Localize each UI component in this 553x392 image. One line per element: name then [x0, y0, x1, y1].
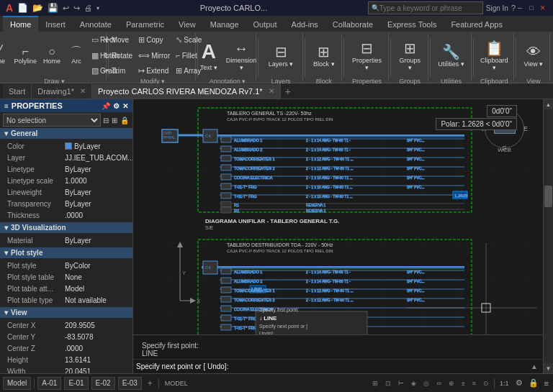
layout-e03-btn[interactable]: E-03	[118, 377, 142, 390]
signin-btn[interactable]: Sign In	[486, 4, 508, 12]
scroll-track[interactable]	[544, 109, 553, 363]
canvas-area[interactable]: TABLERO GENERAL TS -220V- 50hz CAJA PVC-…	[133, 99, 553, 373]
model-space-btn[interactable]: Model	[3, 377, 31, 390]
properties-settings-icon[interactable]: ⚙	[113, 102, 120, 110]
line-btn[interactable]: ╱ Line	[0, 45, 11, 66]
quick-undo-icon[interactable]: ↩	[63, 4, 69, 13]
tab-home[interactable]: Home	[3, 16, 38, 32]
vertical-scrollbar[interactable]: ▲ ▼	[543, 99, 553, 373]
groups-icon: ⊞	[404, 40, 416, 57]
extend-btn[interactable]: ↦Extend	[136, 65, 172, 76]
layout-a01-btn[interactable]: A-01	[37, 377, 61, 390]
block-btn[interactable]: ⊞ Block ▾	[310, 35, 338, 76]
tab-output[interactable]: Output	[246, 16, 284, 32]
layout-e02-btn[interactable]: E-02	[91, 377, 115, 390]
selection-dropdown[interactable]: No selection	[3, 114, 101, 127]
copy-btn[interactable]: ⊞Copy	[136, 35, 172, 45]
view-collapse-icon: ▾	[4, 309, 8, 316]
quick-open-icon[interactable]: 📂	[32, 3, 43, 13]
rotate-btn[interactable]: ↻Rotate	[102, 50, 135, 61]
svg-text:3/4" PVC...: 3/4" PVC...	[407, 298, 425, 302]
props-btn2[interactable]: ⊞	[111, 116, 118, 125]
otrack-toggle[interactable]: ∞	[434, 379, 443, 388]
model-icon[interactable]: MODEL	[162, 379, 191, 388]
clipboard-btn[interactable]: 📋 Clipboard ▾	[477, 35, 511, 76]
properties-ribbon-btn[interactable]: ⊟ Properties ▾	[349, 35, 385, 76]
lw-toggle[interactable]: ≡	[470, 379, 478, 388]
scroll-up-btn[interactable]: ▲	[544, 99, 553, 109]
tab-addins[interactable]: Add-ins	[284, 16, 325, 32]
general-section-header[interactable]: ▾ General	[0, 128, 132, 139]
tab-insert[interactable]: Insert	[38, 16, 73, 32]
doc-tab-drawing1[interactable]: Drawing1* ✕	[32, 84, 92, 99]
tab-parametric[interactable]: Parametric	[119, 16, 171, 32]
groups-btn[interactable]: ⊞ Groups ▾	[395, 35, 425, 76]
polar-toggle[interactable]: ◈	[409, 379, 418, 388]
props-btn1[interactable]: ⊟	[102, 116, 109, 125]
minimize-btn[interactable]: ─	[516, 4, 524, 12]
drawing1-close-btn[interactable]: ✕	[80, 87, 86, 95]
props-btn3[interactable]: 🔒	[120, 116, 130, 125]
trim-btn[interactable]: ✂Trim	[102, 65, 135, 76]
properties-tools: ⊟ Properties ▾	[349, 35, 385, 76]
plot-table-att-label: Plot table att...	[7, 285, 65, 293]
scroll-thumb[interactable]	[544, 186, 552, 207]
polar-display: 0d0'0"	[487, 105, 517, 117]
tp-toggle[interactable]: ⊙	[481, 379, 491, 388]
osnap-toggle[interactable]: ◎	[421, 379, 431, 388]
view-btn[interactable]: 👁 View ▾	[521, 35, 547, 76]
tab-annotate[interactable]: Annotate	[73, 16, 119, 32]
sep1	[34, 378, 35, 388]
plot-section-header[interactable]: ▾ Plot style	[0, 247, 132, 258]
tab-express[interactable]: Express Tools	[380, 16, 444, 32]
proyecto-close-btn[interactable]: ✕	[269, 87, 274, 95]
maximize-btn[interactable]: □	[527, 4, 536, 12]
view-section-header[interactable]: ▾ View	[0, 307, 132, 318]
lock-icon[interactable]: 🔒	[527, 378, 540, 388]
width-value: 20.0451	[65, 368, 130, 374]
new-tab-btn[interactable]: +	[281, 86, 295, 97]
quick-save-icon[interactable]: 💾	[48, 3, 58, 13]
search-input[interactable]	[379, 4, 473, 12]
snap-toggle[interactable]: ⊡	[383, 379, 393, 388]
viz-section-header[interactable]: ▾ 3D Visualization	[0, 222, 132, 233]
statusbar-more-btn[interactable]: ≡	[543, 379, 550, 388]
mirror-btn[interactable]: ⟺Mirror	[136, 50, 172, 61]
tab-featured[interactable]: Featured Apps	[444, 16, 510, 32]
quick-plot-icon[interactable]: 🖨	[84, 4, 92, 12]
quick-redo-icon[interactable]: ↪	[73, 4, 80, 13]
sep2	[158, 378, 159, 388]
tab-view[interactable]: View	[171, 16, 203, 32]
cmd-arrow-btn[interactable]: ▲	[529, 363, 540, 370]
view-label: View ▾	[524, 60, 544, 68]
scroll-down-btn[interactable]: ▼	[544, 363, 553, 373]
viz-props: Material ByLayer	[0, 233, 132, 247]
dimension-btn[interactable]: ↔ Dimension ▾	[223, 35, 260, 76]
doc-tab-start[interactable]: Start	[3, 84, 32, 99]
command-input[interactable]	[231, 363, 529, 370]
dynamic-input-toggle[interactable]: ±	[459, 379, 467, 388]
arc-btn[interactable]: ⌒ Arc	[65, 45, 88, 66]
ortho-toggle[interactable]: ⊢	[396, 379, 406, 388]
utilities-btn[interactable]: 🔧 Utilities ▾	[435, 35, 467, 76]
ducs-toggle[interactable]: ⊕	[446, 379, 457, 388]
doc-tab-proyecto[interactable]: Proyecto CARLOS RIVERA MENDOZA Rv7.1* ✕	[92, 84, 281, 99]
circle-btn[interactable]: ○ Home	[40, 45, 63, 66]
polyline-label: Polyline	[14, 58, 37, 65]
close-btn[interactable]: ✕	[539, 4, 547, 12]
polyline-btn[interactable]: ⌐ Polyline	[12, 45, 40, 66]
properties-pin-icon[interactable]: 📌	[102, 102, 110, 110]
quick-new-icon[interactable]: 📄	[17, 3, 28, 13]
block-icon: ⊞	[318, 43, 330, 60]
sep3	[494, 378, 495, 388]
properties-close-icon[interactable]: ✕	[122, 102, 128, 110]
layers-btn[interactable]: ⊟ Layers ▾	[266, 35, 297, 76]
tab-collaborate[interactable]: Collaborate	[325, 16, 380, 32]
tab-manage[interactable]: Manage	[203, 16, 246, 32]
move-btn[interactable]: ✛Move	[102, 35, 135, 45]
grid-toggle[interactable]: ⊞	[370, 379, 380, 388]
text-btn[interactable]: A Text ▾	[196, 35, 222, 76]
add-layout-btn[interactable]: +	[145, 378, 156, 389]
settings-icon[interactable]: ⚙	[514, 378, 524, 388]
layout-e01-btn[interactable]: E-01	[64, 377, 88, 390]
